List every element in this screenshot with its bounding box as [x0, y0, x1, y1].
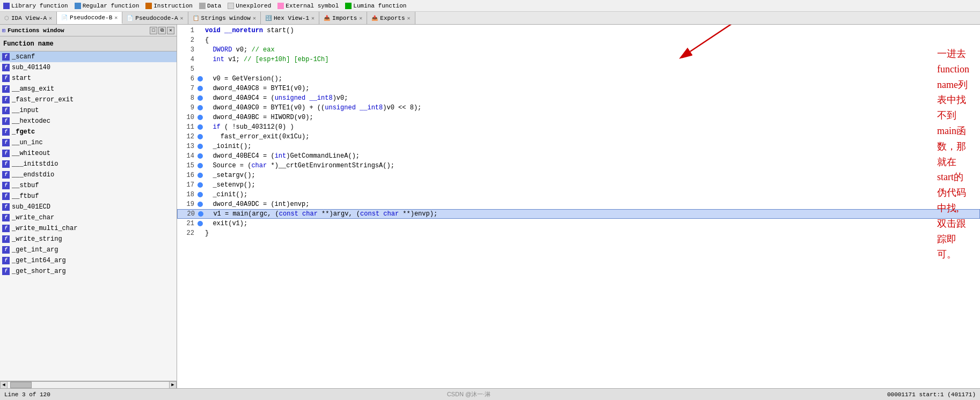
hscroll-track[interactable] [8, 381, 169, 389]
line-content-21: exit(v1); [205, 220, 978, 227]
code-line-22[interactable]: 22} [177, 228, 980, 238]
function-item-5[interactable]: f__input [0, 105, 177, 116]
code-line-15[interactable]: 15 Source = (char *)__crtGetEnvironmentS… [177, 161, 980, 171]
function-item-3[interactable]: f__amsg_exit [0, 84, 177, 94]
line-number-17: 17 [179, 181, 194, 189]
function-item-7[interactable]: f_fgetc [0, 127, 177, 137]
tab-imports[interactable]: 📥 Imports ✕ [319, 12, 367, 24]
tab-strings-close[interactable]: ✕ [253, 15, 256, 21]
tab-imports-close[interactable]: ✕ [359, 15, 362, 21]
code-line-14[interactable]: 14 dword_40BEC4 = (int)GetCommandLineA()… [177, 151, 980, 161]
functions-window-close[interactable]: ✕ [167, 27, 174, 34]
code-line-5[interactable]: 5 [177, 64, 980, 74]
function-item-17[interactable]: f_write_string [0, 234, 177, 245]
line-content-4: int v1; // [esp+10h] [ebp-1Ch] [205, 56, 978, 63]
watermark: CSDN @沐一·淋 [447, 390, 491, 398]
function-item-18[interactable]: f_get_int_arg [0, 245, 177, 255]
code-line-9[interactable]: 9 dword_40A9C0 = BYTE1(v0) + ((unsigned … [177, 103, 980, 113]
code-line-21[interactable]: 21 exit(v1); [177, 219, 980, 228]
code-line-3[interactable]: 3 DWORD v0; // eax [177, 45, 980, 55]
tab-strings-window[interactable]: 📋 Strings window ✕ [188, 12, 261, 24]
code-line-20[interactable]: 20 v1 = main(argc, (const char **)argv, … [177, 209, 980, 219]
tab-pseudocode-b-close[interactable]: ✕ [114, 14, 118, 21]
line-dot-6 [198, 76, 203, 82]
line-dot-12 [198, 134, 203, 139]
tab-strings-icon: 📋 [193, 15, 199, 21]
line-number-1: 1 [179, 27, 194, 34]
line-number-6: 6 [179, 75, 194, 83]
tab-hex-close[interactable]: ✕ [311, 15, 315, 21]
function-item-11[interactable]: f___endstdio [0, 169, 177, 180]
function-item-label-19: _get_int64_arg [12, 257, 66, 264]
line-number-21: 21 [179, 220, 194, 227]
code-line-13[interactable]: 13 _ioinit(); [177, 142, 980, 151]
function-item-label-10: ___initstdio [12, 160, 58, 168]
code-line-1[interactable]: 1void __noreturn start() [177, 26, 980, 35]
line-content-7: dword_40A9C8 = BYTE1(v0); [205, 85, 978, 92]
function-item-icon-17: f [2, 235, 10, 243]
function-item-1[interactable]: fsub_401140 [0, 62, 177, 73]
function-item-8[interactable]: f__un_inc [0, 137, 177, 148]
line-content-1: void __noreturn start() [205, 27, 978, 34]
tab-exports-close[interactable]: ✕ [407, 15, 411, 21]
code-line-16[interactable]: 16 _setargv(); [177, 171, 980, 180]
hscroll-thumb[interactable] [10, 382, 32, 388]
code-line-2[interactable]: 2{ [177, 35, 980, 45]
code-line-6[interactable]: 6 v0 = GetVersion(); [177, 74, 980, 84]
line-number-3: 3 [179, 46, 194, 54]
function-item-20[interactable]: f_get_short_arg [0, 266, 177, 277]
function-item-10[interactable]: f___initstdio [0, 159, 177, 169]
function-item-icon-18: f [2, 246, 10, 254]
function-item-9[interactable]: f__whiteout [0, 148, 177, 159]
line-dot-11 [198, 124, 203, 130]
function-item-12[interactable]: f__stbuf [0, 180, 177, 191]
functions-list[interactable]: f_scanffsub_401140fstartf__amsg_exitf_fa… [0, 51, 177, 381]
function-item-label-4: _fast_error_exit [12, 96, 74, 103]
tab-ida-view-a[interactable]: ⬡ IDA View-A ✕ [0, 12, 57, 24]
tab-ida-view-a-close[interactable]: ✕ [49, 15, 52, 21]
function-item-0[interactable]: f_scanf [0, 51, 177, 62]
function-item-icon-16: f [2, 225, 10, 232]
legend-bar: Library function Regular function Instru… [0, 0, 980, 12]
status-bar: Line 3 of 120 CSDN @沐一·淋 00001171 start:… [0, 388, 980, 400]
function-item-label-8: __un_inc [12, 139, 43, 146]
functions-window-title: ⊞ Functions window [2, 27, 64, 34]
code-line-12[interactable]: 12 fast_error_exit(0x1Cu); [177, 132, 980, 142]
code-line-8[interactable]: 8 dword_40A9C4 = (unsigned __int8)v0; [177, 93, 980, 103]
code-area[interactable]: 1void __noreturn start()2{3 DWORD v0; //… [177, 25, 980, 388]
function-item-16[interactable]: f_write_multi_char [0, 223, 177, 234]
tab-ida-view-a-icon: ⬡ [4, 15, 9, 21]
function-item-4[interactable]: f_fast_error_exit [0, 94, 177, 105]
code-line-11[interactable]: 11 if ( !sub_403112(0) ) [177, 122, 980, 132]
function-item-icon-13: f [2, 192, 10, 200]
functions-window-restore[interactable]: ⧉ [158, 27, 166, 34]
functions-horizontal-scroll[interactable]: ◀ ▶ [0, 381, 177, 388]
tab-hex-view-1[interactable]: 🔣 Hex View-1 ✕ [261, 12, 319, 24]
functions-window-minimize[interactable]: □ [150, 27, 157, 34]
tab-pseudocode-a-close[interactable]: ✕ [180, 15, 184, 21]
function-item-label-18: _get_int_arg [12, 246, 58, 254]
function-item-6[interactable]: f__hextodec [0, 116, 177, 127]
function-item-19[interactable]: f_get_int64_arg [0, 255, 177, 266]
hscroll-right-arrow[interactable]: ▶ [169, 381, 177, 389]
code-line-18[interactable]: 18 _cinit(); [177, 190, 980, 199]
line-number-22: 22 [179, 229, 194, 237]
tab-imports-icon: 📥 [324, 15, 330, 21]
code-line-7[interactable]: 7 dword_40A9C8 = BYTE1(v0); [177, 84, 980, 93]
function-item-14[interactable]: fsub_401ECD [0, 202, 177, 212]
function-item-2[interactable]: fstart [0, 73, 177, 84]
line-number-4: 4 [179, 56, 194, 63]
legend-external-color [277, 3, 284, 9]
code-line-17[interactable]: 17 _setenvp(); [177, 180, 980, 190]
code-line-10[interactable]: 10 dword_40A9BC = HIWORD(v0); [177, 113, 980, 122]
line-content-18: _cinit(); [205, 191, 978, 198]
code-line-19[interactable]: 19 dword_40A9DC = (int)envp; [177, 199, 980, 209]
function-item-13[interactable]: f__ftbuf [0, 191, 177, 202]
function-item-15[interactable]: f_write_char [0, 212, 177, 223]
legend-instruction-color [145, 3, 152, 9]
tab-pseudocode-a[interactable]: 📄 Pseudocode-A ✕ [122, 12, 188, 24]
tab-pseudocode-b[interactable]: 📄 Pseudocode-B ✕ [57, 12, 122, 24]
tab-exports[interactable]: 📤 Exports ✕ [367, 12, 415, 24]
code-line-4[interactable]: 4 int v1; // [esp+10h] [ebp-1Ch] [177, 55, 980, 64]
hscroll-left-arrow[interactable]: ◀ [0, 381, 8, 389]
